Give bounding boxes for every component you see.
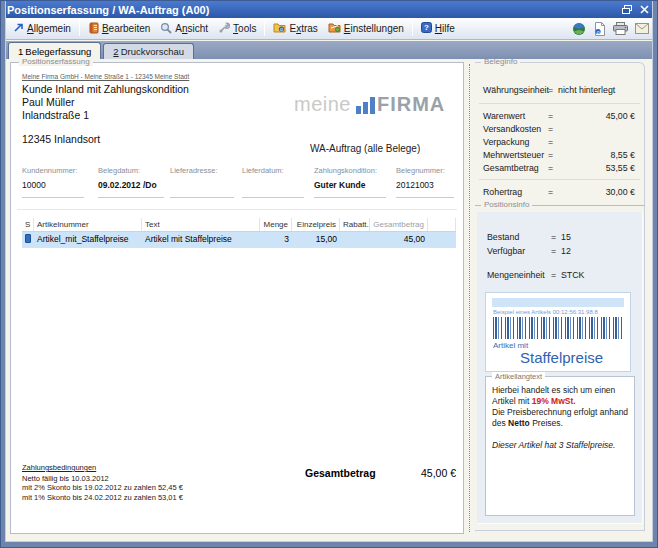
toolbar-separator xyxy=(79,21,80,36)
positionsinfo-row-mengeneinheit: Mengeneinheit = STCK xyxy=(477,270,642,283)
company-logo: meine FIRMA xyxy=(294,93,445,116)
field-kundennummer[interactable]: Kundennummer: 10000 xyxy=(22,166,84,198)
content-area: Positionserfassung Meine Firma GmbH - Me… xyxy=(6,59,654,544)
article-image-caption: Beispiel eines Artikels 00:12:56:31:98:8 xyxy=(493,309,626,315)
field-lieferadresse[interactable]: Lieferadresse: xyxy=(170,166,234,198)
langtext-line1: Hierbei handelt es sich um einen Artikel… xyxy=(492,385,630,407)
window-title: Positionserfassung / WA-Auftrag (A00) xyxy=(7,4,617,16)
article-image-header-strip xyxy=(492,298,624,307)
positionsinfo-row-verfuegbar: Verfügbar = 12 xyxy=(477,246,642,259)
artikellangtext-box[interactable]: Artikellangtext Hierbei handelt es sich … xyxy=(485,376,635,516)
help-icon: ? xyxy=(421,22,432,35)
svg-text:o: o xyxy=(596,28,599,34)
field-belegdatum[interactable]: Belegdatum: 09.02.2012 /Do xyxy=(98,166,164,198)
langtext-line3: Dieser Artikel hat 3 Staffelpreise. xyxy=(492,440,630,451)
tab-strip: 1 Belegerfassung 2 Druckvorschau xyxy=(2,41,656,59)
restore-icon[interactable] xyxy=(620,4,634,16)
menu-bar: Allgemein Bearbeiten Ansicht Tools o Ext… xyxy=(2,18,656,40)
table-header-row: S Artikelnummer Text Menge Einzelpreis R… xyxy=(22,218,456,232)
field-lieferdatum[interactable]: Lieferdatum: xyxy=(242,166,304,198)
svg-text:o: o xyxy=(281,26,284,32)
panel-splitter[interactable] xyxy=(469,64,470,532)
total-value: 45,00 € xyxy=(421,467,456,479)
menu-einstellungen[interactable]: Einstellungen xyxy=(323,20,409,37)
logo-bars-icon xyxy=(354,97,375,114)
positions-table: S Artikelnummer Text Menge Einzelpreis R… xyxy=(22,218,456,248)
tab-belegerfassung[interactable]: 1 Belegerfassung xyxy=(8,42,101,59)
positionserfassung-group: Positionserfassung Meine Firma GmbH - Me… xyxy=(10,62,464,534)
menu-allgemein[interactable]: Allgemein xyxy=(8,20,76,37)
menu-extras[interactable]: o Extras xyxy=(268,20,322,37)
beleginfo-row-waehrungseinheit: Währungseinheit = nicht hinterlegt xyxy=(475,85,644,98)
beleginfo-row-gesamtbetrag: Gesamtbetrag = 53,55 € xyxy=(475,163,644,176)
position-status-icon xyxy=(25,234,31,243)
document-info-icon[interactable]: o xyxy=(591,21,608,37)
group-label-positionsinfo: Positionsinfo xyxy=(481,200,532,209)
printer-icon[interactable] xyxy=(612,21,629,37)
total-label: Gesamtbetrag xyxy=(305,467,376,479)
globe-icon[interactable] xyxy=(570,21,587,37)
magnifier-icon xyxy=(160,22,172,36)
field-zahlungskondition[interactable]: Zahlungskondition: Guter Kunde xyxy=(314,166,386,198)
sender-line: Meine Firma GmbH - Meine Straße 1 - 1234… xyxy=(22,73,189,80)
article-image: Beispiel eines Artikels 00:12:56:31:98:8… xyxy=(485,292,631,372)
langtext-line2: Die Preisberechnung erfolgt anhand des N… xyxy=(492,407,630,429)
table-row[interactable]: Artikel_mit_Staffelpreise Artikel mit St… xyxy=(22,232,456,248)
fields-divider xyxy=(17,209,457,210)
artikellangtext-label: Artikellangtext xyxy=(492,372,545,381)
titlebar: Positionserfassung / WA-Auftrag (A00) xyxy=(1,1,657,18)
mail-icon[interactable] xyxy=(633,21,650,37)
svg-text:?: ? xyxy=(424,23,429,32)
notebook-icon xyxy=(88,22,99,36)
beleginfo-row-verpackung: Verpackung = xyxy=(475,137,644,150)
document-type: WA-Auftrag (alle Belege) xyxy=(310,143,420,154)
positionsinfo-panel: Bestand = 15 Verfügbar = 12 Mengeneinhei… xyxy=(477,212,643,524)
positionsinfo-divider: Positionsinfo xyxy=(475,205,645,206)
barcode-icon xyxy=(493,317,622,339)
folder-settings-icon xyxy=(328,22,341,35)
payment-terms: Zahlungsbedingungen Netto fällig bis 10.… xyxy=(22,463,183,502)
menu-hilfe[interactable]: ? Hilfe xyxy=(416,20,460,37)
close-icon[interactable] xyxy=(637,4,651,16)
beleginfo-row-mehrwertsteuer: Mehrwertsteuer = 8,55 € xyxy=(475,150,644,163)
menu-tools[interactable]: Tools xyxy=(213,20,261,38)
app-window: Positionserfassung / WA-Auftrag (A00) Al… xyxy=(0,0,658,548)
beleginfo-row-rohertrag: Rohertrag = 30,00 € xyxy=(475,187,644,200)
positionsinfo-row-bestand: Bestand = 15 xyxy=(477,232,642,245)
recipient-address: Kunde Inland mit Zahlungskondition Paul … xyxy=(22,83,189,146)
wrench-icon xyxy=(218,22,230,36)
tab-druckvorschau[interactable]: 2 Druckvorschau xyxy=(103,43,194,59)
beleginfo-row-versandkosten: Versandkosten = xyxy=(475,124,644,137)
beleginfo-row-warenwert: Warenwert = 45,00 € xyxy=(475,111,644,124)
field-belegnummer[interactable]: Belegnummer: 20121003 xyxy=(396,166,454,198)
menu-ansicht[interactable]: Ansicht xyxy=(155,20,213,38)
menu-bearbeiten[interactable]: Bearbeiten xyxy=(83,20,155,38)
arrow-up-right-icon xyxy=(13,22,24,35)
folder-info-icon: o xyxy=(273,22,286,35)
toolbar-separator xyxy=(412,21,413,36)
toolbar-separator xyxy=(264,21,265,36)
